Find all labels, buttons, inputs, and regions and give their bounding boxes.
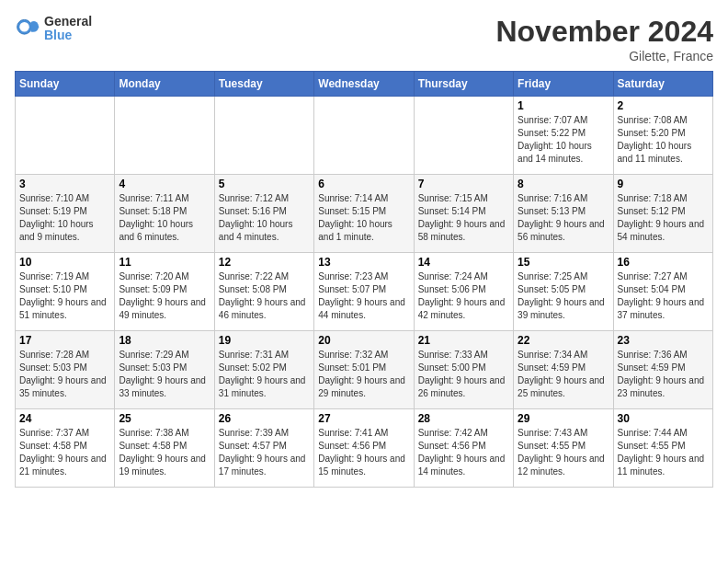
calendar-cell: 30Sunrise: 7:44 AM Sunset: 4:55 PM Dayli… bbox=[613, 409, 712, 488]
calendar-cell: 19Sunrise: 7:31 AM Sunset: 5:02 PM Dayli… bbox=[214, 331, 313, 409]
calendar-cell: 22Sunrise: 7:34 AM Sunset: 4:59 PM Dayli… bbox=[514, 331, 613, 409]
day-info: Sunrise: 7:20 AM Sunset: 5:09 PM Dayligh… bbox=[119, 270, 210, 322]
day-info: Sunrise: 7:24 AM Sunset: 5:06 PM Dayligh… bbox=[418, 270, 509, 322]
day-info: Sunrise: 7:38 AM Sunset: 4:58 PM Dayligh… bbox=[119, 427, 210, 478]
calendar-cell: 18Sunrise: 7:29 AM Sunset: 5:03 PM Dayli… bbox=[115, 331, 214, 409]
calendar-cell: 15Sunrise: 7:25 AM Sunset: 5:05 PM Dayli… bbox=[514, 253, 613, 331]
day-number: 20 bbox=[318, 334, 409, 347]
day-number: 1 bbox=[518, 99, 609, 112]
day-info: Sunrise: 7:36 AM Sunset: 4:59 PM Dayligh… bbox=[618, 349, 709, 400]
day-info: Sunrise: 7:10 AM Sunset: 5:19 PM Dayligh… bbox=[19, 192, 110, 244]
day-info: Sunrise: 7:15 AM Sunset: 5:14 PM Dayligh… bbox=[418, 192, 509, 244]
day-info: Sunrise: 7:08 AM Sunset: 5:20 PM Dayligh… bbox=[618, 114, 709, 166]
day-number: 5 bbox=[219, 178, 310, 190]
day-number: 29 bbox=[518, 412, 609, 425]
calendar-cell: 20Sunrise: 7:32 AM Sunset: 5:01 PM Dayli… bbox=[314, 331, 414, 409]
calendar-cell: 28Sunrise: 7:42 AM Sunset: 4:56 PM Dayli… bbox=[414, 409, 513, 488]
day-number: 11 bbox=[119, 256, 210, 269]
day-info: Sunrise: 7:25 AM Sunset: 5:05 PM Dayligh… bbox=[518, 270, 609, 322]
day-number: 7 bbox=[418, 178, 509, 190]
day-info: Sunrise: 7:14 AM Sunset: 5:15 PM Dayligh… bbox=[318, 192, 409, 244]
calendar-cell: 10Sunrise: 7:19 AM Sunset: 5:10 PM Dayli… bbox=[16, 253, 115, 331]
calendar-cell bbox=[314, 97, 414, 175]
calendar-cell: 11Sunrise: 7:20 AM Sunset: 5:09 PM Dayli… bbox=[115, 253, 214, 331]
week-row-5: 24Sunrise: 7:37 AM Sunset: 4:58 PM Dayli… bbox=[16, 409, 713, 488]
day-number: 22 bbox=[518, 334, 609, 347]
calendar-cell: 14Sunrise: 7:24 AM Sunset: 5:06 PM Dayli… bbox=[414, 253, 513, 331]
day-info: Sunrise: 7:11 AM Sunset: 5:18 PM Dayligh… bbox=[119, 192, 210, 244]
day-number: 16 bbox=[618, 256, 709, 269]
day-number: 8 bbox=[518, 178, 609, 190]
calendar-header-row: SundayMondayTuesdayWednesdayThursdayFrid… bbox=[16, 72, 713, 97]
day-info: Sunrise: 7:27 AM Sunset: 5:04 PM Dayligh… bbox=[618, 270, 709, 322]
day-number: 10 bbox=[19, 256, 110, 269]
day-number: 18 bbox=[119, 334, 210, 347]
day-number: 9 bbox=[618, 178, 709, 190]
day-info: Sunrise: 7:41 AM Sunset: 4:56 PM Dayligh… bbox=[318, 427, 409, 478]
calendar-cell: 12Sunrise: 7:22 AM Sunset: 5:08 PM Dayli… bbox=[214, 253, 313, 331]
day-info: Sunrise: 7:39 AM Sunset: 4:57 PM Dayligh… bbox=[219, 427, 310, 478]
calendar-cell: 1Sunrise: 7:07 AM Sunset: 5:22 PM Daylig… bbox=[514, 97, 613, 175]
svg-point-2 bbox=[19, 22, 29, 32]
calendar-cell bbox=[16, 97, 115, 175]
location-subtitle: Gilette, France bbox=[495, 49, 713, 63]
week-row-4: 17Sunrise: 7:28 AM Sunset: 5:03 PM Dayli… bbox=[16, 331, 713, 409]
day-number: 2 bbox=[618, 99, 709, 112]
calendar-cell: 3Sunrise: 7:10 AM Sunset: 5:19 PM Daylig… bbox=[16, 175, 115, 253]
month-title: November 2024 bbox=[495, 15, 713, 49]
calendar-cell: 17Sunrise: 7:28 AM Sunset: 5:03 PM Dayli… bbox=[16, 331, 115, 409]
day-number: 12 bbox=[219, 256, 310, 269]
logo-icon bbox=[15, 16, 40, 41]
day-info: Sunrise: 7:29 AM Sunset: 5:03 PM Dayligh… bbox=[119, 349, 210, 400]
logo-blue: Blue bbox=[44, 29, 92, 42]
header-saturday: Saturday bbox=[613, 72, 712, 97]
page-header: General Blue November 2024 Gilette, Fran… bbox=[15, 15, 713, 63]
day-info: Sunrise: 7:18 AM Sunset: 5:12 PM Dayligh… bbox=[618, 192, 709, 244]
header-friday: Friday bbox=[514, 72, 613, 97]
logo: General Blue bbox=[15, 15, 92, 43]
day-number: 27 bbox=[318, 412, 409, 425]
logo-general: General bbox=[44, 15, 92, 29]
header-sunday: Sunday bbox=[16, 72, 115, 97]
calendar-cell: 6Sunrise: 7:14 AM Sunset: 5:15 PM Daylig… bbox=[314, 175, 414, 253]
calendar-cell: 21Sunrise: 7:33 AM Sunset: 5:00 PM Dayli… bbox=[414, 331, 513, 409]
day-info: Sunrise: 7:12 AM Sunset: 5:16 PM Dayligh… bbox=[219, 192, 310, 244]
day-number: 13 bbox=[318, 256, 409, 269]
day-info: Sunrise: 7:28 AM Sunset: 5:03 PM Dayligh… bbox=[19, 349, 110, 400]
day-number: 28 bbox=[418, 412, 509, 425]
day-info: Sunrise: 7:42 AM Sunset: 4:56 PM Dayligh… bbox=[418, 427, 509, 478]
calendar-cell: 16Sunrise: 7:27 AM Sunset: 5:04 PM Dayli… bbox=[613, 253, 712, 331]
day-number: 19 bbox=[219, 334, 310, 347]
calendar-cell bbox=[115, 97, 214, 175]
calendar-cell: 5Sunrise: 7:12 AM Sunset: 5:16 PM Daylig… bbox=[214, 175, 313, 253]
day-info: Sunrise: 7:16 AM Sunset: 5:13 PM Dayligh… bbox=[518, 192, 609, 244]
day-number: 14 bbox=[418, 256, 509, 269]
calendar-cell: 26Sunrise: 7:39 AM Sunset: 4:57 PM Dayli… bbox=[214, 409, 313, 488]
day-info: Sunrise: 7:23 AM Sunset: 5:07 PM Dayligh… bbox=[318, 270, 409, 322]
day-info: Sunrise: 7:33 AM Sunset: 5:00 PM Dayligh… bbox=[418, 349, 509, 400]
calendar-cell: 8Sunrise: 7:16 AM Sunset: 5:13 PM Daylig… bbox=[514, 175, 613, 253]
calendar-cell bbox=[214, 97, 313, 175]
day-info: Sunrise: 7:44 AM Sunset: 4:55 PM Dayligh… bbox=[618, 427, 709, 478]
day-number: 23 bbox=[618, 334, 709, 347]
day-info: Sunrise: 7:31 AM Sunset: 5:02 PM Dayligh… bbox=[219, 349, 310, 400]
calendar-cell bbox=[414, 97, 513, 175]
day-number: 15 bbox=[518, 256, 609, 269]
calendar-cell: 13Sunrise: 7:23 AM Sunset: 5:07 PM Dayli… bbox=[314, 253, 414, 331]
calendar-table: SundayMondayTuesdayWednesdayThursdayFrid… bbox=[15, 71, 713, 488]
day-info: Sunrise: 7:37 AM Sunset: 4:58 PM Dayligh… bbox=[19, 427, 110, 478]
day-number: 21 bbox=[418, 334, 509, 347]
header-monday: Monday bbox=[115, 72, 214, 97]
day-number: 4 bbox=[119, 178, 210, 190]
day-number: 26 bbox=[219, 412, 310, 425]
calendar-cell: 29Sunrise: 7:43 AM Sunset: 4:55 PM Dayli… bbox=[514, 409, 613, 488]
logo-text: General Blue bbox=[44, 15, 92, 43]
calendar-cell: 24Sunrise: 7:37 AM Sunset: 4:58 PM Dayli… bbox=[16, 409, 115, 488]
header-wednesday: Wednesday bbox=[314, 72, 414, 97]
calendar-cell: 7Sunrise: 7:15 AM Sunset: 5:14 PM Daylig… bbox=[414, 175, 513, 253]
header-tuesday: Tuesday bbox=[214, 72, 313, 97]
calendar-cell: 9Sunrise: 7:18 AM Sunset: 5:12 PM Daylig… bbox=[613, 175, 712, 253]
calendar-cell: 25Sunrise: 7:38 AM Sunset: 4:58 PM Dayli… bbox=[115, 409, 214, 488]
week-row-3: 10Sunrise: 7:19 AM Sunset: 5:10 PM Dayli… bbox=[16, 253, 713, 331]
day-info: Sunrise: 7:22 AM Sunset: 5:08 PM Dayligh… bbox=[219, 270, 310, 322]
